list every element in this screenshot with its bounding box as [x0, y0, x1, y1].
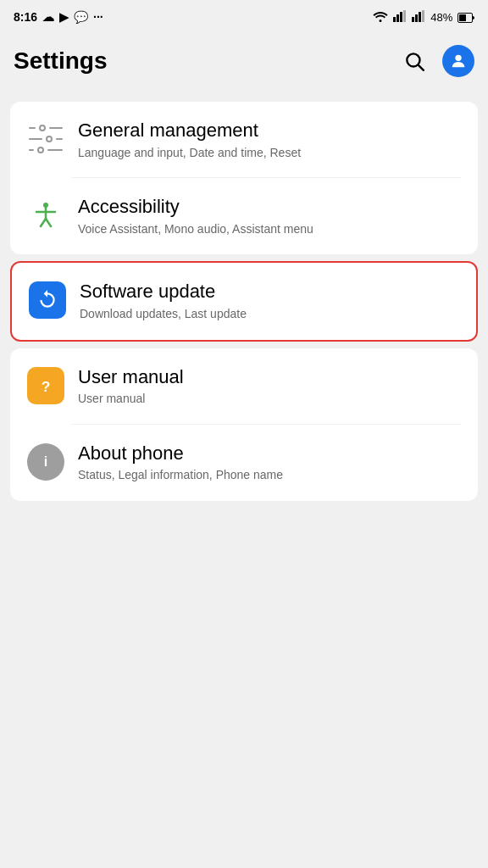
svg-text:i: i [44, 453, 48, 469]
settings-item-general-management[interactable]: General management Language and input, D… [10, 102, 478, 178]
user-manual-subtitle: User manual [78, 391, 461, 408]
svg-rect-7 [422, 10, 424, 22]
svg-line-17 [46, 219, 51, 226]
youtube-icon: ▶ [59, 10, 69, 24]
accessibility-subtitle: Voice Assistant, Mono audio, Assistant m… [78, 221, 461, 238]
whatsapp-icon: 💬 [74, 10, 88, 24]
person-icon [449, 52, 468, 70]
software-update-text: Software update Download updates, Last u… [80, 280, 459, 322]
software-update-icon [29, 281, 66, 319]
accessibility-icon [27, 197, 64, 234]
svg-rect-1 [396, 14, 399, 22]
accessibility-title: Accessibility [78, 195, 461, 220]
accessibility-text: Accessibility Voice Assistant, Mono audi… [78, 195, 461, 237]
status-bar: 8:16 ☁ ▶ 💬 ··· [0, 0, 488, 34]
search-icon [403, 50, 425, 72]
svg-point-12 [455, 55, 461, 61]
general-management-title: General management [78, 119, 461, 143]
settings-group-2: Software update Download updates, Last u… [10, 261, 478, 341]
about-phone-subtitle: Status, Legal information, Phone name [78, 467, 461, 484]
page-title: Settings [14, 47, 107, 75]
dots-icon: ··· [93, 10, 103, 24]
cloud-icon: ☁ [42, 10, 54, 24]
svg-rect-6 [419, 12, 421, 22]
software-update-subtitle: Download updates, Last update [80, 306, 459, 323]
app-bar: Settings [0, 34, 488, 88]
search-button[interactable] [396, 43, 432, 79]
svg-line-16 [41, 219, 46, 226]
svg-rect-2 [400, 12, 402, 22]
settings-group-3: ? User manual User manual i About phone … [10, 348, 478, 501]
settings-item-accessibility[interactable]: Accessibility Voice Assistant, Mono audi… [10, 178, 478, 254]
wifi-icon [373, 10, 388, 25]
settings-item-about-phone[interactable]: i About phone Status, Legal information,… [10, 425, 478, 501]
svg-rect-5 [415, 14, 418, 22]
about-phone-text: About phone Status, Legal information, P… [78, 442, 461, 484]
user-manual-text: User manual User manual [78, 365, 461, 408]
general-management-subtitle: Language and input, Date and time, Reset [78, 145, 461, 162]
status-left: 8:16 ☁ ▶ 💬 ··· [14, 10, 103, 24]
battery-display: 48% [430, 11, 474, 24]
general-management-icon [27, 120, 64, 158]
settings-content: General management Language and input, D… [0, 88, 488, 515]
svg-rect-3 [403, 10, 406, 22]
svg-text:?: ? [42, 377, 51, 394]
about-phone-icon: i [27, 443, 64, 481]
signal2-icon [412, 10, 425, 25]
svg-line-11 [419, 65, 424, 70]
profile-button[interactable] [442, 45, 474, 77]
signal-icon [393, 10, 407, 25]
time-display: 8:16 [14, 10, 37, 24]
general-management-text: General management Language and input, D… [78, 119, 461, 161]
settings-item-user-manual[interactable]: ? User manual User manual [10, 348, 478, 425]
software-update-title: Software update [80, 280, 459, 304]
settings-group-1: General management Language and input, D… [10, 102, 478, 254]
svg-rect-4 [412, 17, 414, 22]
status-right: 48% [373, 10, 474, 25]
about-phone-title: About phone [78, 442, 461, 466]
app-bar-actions [396, 43, 474, 79]
user-manual-icon: ? [27, 367, 64, 404]
svg-rect-0 [393, 17, 396, 22]
settings-item-software-update[interactable]: Software update Download updates, Last u… [12, 263, 476, 339]
svg-rect-9 [459, 14, 466, 21]
user-manual-title: User manual [78, 365, 461, 390]
